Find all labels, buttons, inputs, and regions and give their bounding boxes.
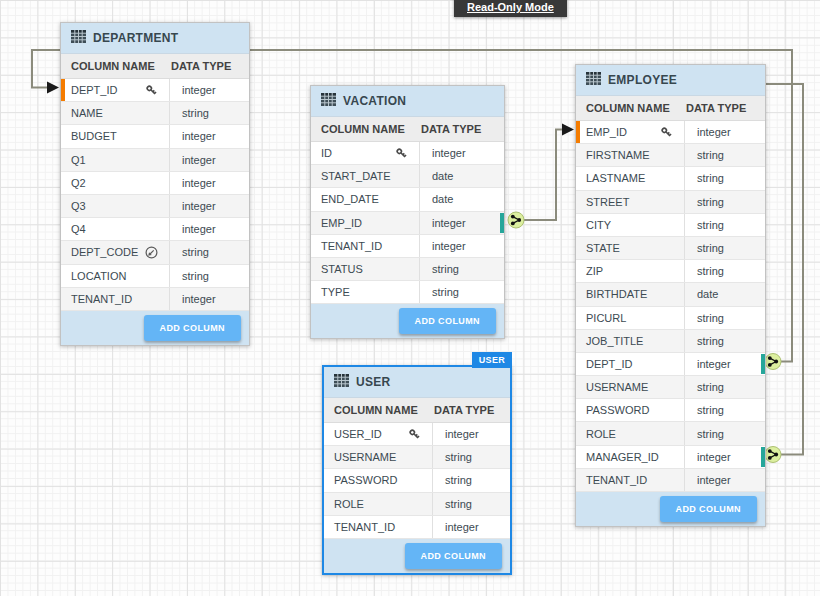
column-row-picurl[interactable]: PICURLstring [576, 307, 765, 330]
column-name: MANAGER_ID [576, 451, 660, 463]
column-name: ZIP [576, 265, 660, 277]
column-name: TYPE [311, 286, 395, 298]
column-name: JOB_TITLE [576, 335, 660, 347]
column-type: string [684, 307, 765, 329]
column-row-role[interactable]: ROLEstring [576, 422, 765, 445]
column-row-q1[interactable]: Q1integer [61, 149, 249, 172]
column-type: integer [419, 212, 504, 234]
column-row-firstname[interactable]: FIRSTNAMEstring [576, 144, 765, 167]
column-row-birthdate[interactable]: BIRTHDATEdate [576, 283, 765, 306]
column-row-emp_id[interactable]: EMP_IDinteger [576, 121, 765, 144]
column-row-location[interactable]: LOCATIONstring [61, 265, 249, 288]
table-employee[interactable]: EMPLOYEE COLUMN NAMEDATA TYPE EMP_IDinte… [575, 64, 766, 527]
table-header[interactable]: USER [324, 367, 510, 398]
column-type: string [684, 237, 765, 259]
column-row-password[interactable]: PASSWORDstring [576, 399, 765, 422]
column-name: USERNAME [576, 381, 660, 393]
column-name: EMP_ID [576, 126, 660, 138]
column-row-zip[interactable]: ZIPstring [576, 260, 765, 283]
column-name: DEPT_ID [61, 84, 145, 96]
table-header[interactable]: DEPARTMENT [61, 23, 249, 54]
table-footer: ADD COLUMN [311, 304, 504, 338]
column-row-manager_id[interactable]: MANAGER_IDinteger [576, 446, 765, 469]
crowsfoot-connector-icon [765, 354, 781, 370]
table-user[interactable]: USER USER COLUMN NAMEDATA TYPE USER_IDin… [322, 365, 512, 575]
column-row-id[interactable]: IDinteger [311, 142, 504, 165]
column-type: integer [169, 218, 249, 240]
add-column-button[interactable]: ADD COLUMN [399, 308, 497, 334]
column-type: string [684, 167, 765, 189]
table-title: DEPARTMENT [93, 31, 178, 45]
column-type: integer [169, 149, 249, 171]
table-department[interactable]: DEPARTMENT COLUMN NAMEDATA TYPE DEPT_IDi… [60, 22, 250, 346]
column-row-q4[interactable]: Q4integer [61, 218, 249, 241]
column-name: ID [311, 147, 395, 159]
column-row-street[interactable]: STREETstring [576, 191, 765, 214]
one-side-arrow-department-deptid [47, 82, 59, 94]
column-type: integer [432, 516, 510, 538]
column-header-row: COLUMN NAMEDATA TYPE [324, 398, 510, 423]
column-row-q3[interactable]: Q3integer [61, 195, 249, 218]
column-row-name[interactable]: NAMEstring [61, 102, 249, 125]
column-name: Q4 [61, 223, 145, 235]
column-row-status[interactable]: STATUSstring [311, 258, 504, 281]
column-row-emp_id[interactable]: EMP_IDinteger [311, 212, 504, 235]
column-row-tenant_id[interactable]: TENANT_IDinteger [324, 516, 510, 539]
table-title: VACATION [343, 94, 406, 108]
column-row-state[interactable]: STATEstring [576, 237, 765, 260]
table-vacation[interactable]: VACATION COLUMN NAMEDATA TYPE IDintegerS… [310, 85, 505, 339]
column-type: integer [419, 235, 504, 257]
column-name: ROLE [576, 428, 660, 440]
column-type: integer [169, 172, 249, 194]
column-row-job_title[interactable]: JOB_TITLEstring [576, 330, 765, 353]
column-name: Q2 [61, 177, 145, 189]
column-row-tenant_id[interactable]: TENANT_IDinteger [61, 288, 249, 311]
column-row-lastname[interactable]: LASTNAMEstring [576, 167, 765, 190]
table-grid-icon [321, 92, 336, 110]
table-grid-icon [334, 373, 349, 391]
table-grid-icon [586, 71, 601, 89]
table-footer: ADD COLUMN [61, 311, 249, 345]
column-row-type[interactable]: TYPEstring [311, 281, 504, 304]
table-header[interactable]: VACATION [311, 86, 504, 117]
column-name: PICURL [576, 312, 660, 324]
column-type: string [169, 102, 249, 124]
column-name: DEPT_CODE [61, 246, 145, 258]
column-type: integer [169, 195, 249, 217]
column-type: integer [432, 423, 510, 445]
table-grid-icon [71, 29, 86, 47]
column-row-dept_id[interactable]: DEPT_IDinteger [61, 79, 249, 102]
add-column-button[interactable]: ADD COLUMN [405, 543, 503, 569]
column-row-budget[interactable]: BUDGETinteger [61, 125, 249, 148]
column-row-q2[interactable]: Q2integer [61, 172, 249, 195]
column-row-role[interactable]: ROLEstring [324, 493, 510, 516]
column-type: string [419, 258, 504, 280]
crowsfoot-connector-icon [508, 212, 524, 228]
column-name: PASSWORD [576, 404, 660, 416]
selected-table-badge: USER [472, 352, 512, 368]
diagram-canvas[interactable]: Read-Only Mode DEPARTMENT COLUMN NAMEDAT… [0, 0, 820, 596]
column-row-dept_id[interactable]: DEPT_IDinteger [576, 353, 765, 376]
column-name: DEPT_ID [576, 358, 660, 370]
column-row-user_id[interactable]: USER_IDinteger [324, 423, 510, 446]
add-column-button[interactable]: ADD COLUMN [144, 315, 242, 341]
column-row-dept_code[interactable]: DEPT_CODEstring [61, 241, 249, 264]
column-type: integer [684, 353, 765, 375]
column-type: string [684, 260, 765, 282]
column-type: string [684, 214, 765, 236]
table-title: USER [356, 375, 391, 389]
add-column-button[interactable]: ADD COLUMN [660, 496, 758, 522]
column-row-tenant_id[interactable]: TENANT_IDinteger [576, 469, 765, 492]
crowsfoot-connector-icon [765, 447, 781, 463]
column-row-username[interactable]: USERNAMEstring [576, 376, 765, 399]
column-type: date [419, 188, 504, 210]
column-name: CITY [576, 219, 660, 231]
column-row-tenant_id[interactable]: TENANT_IDinteger [311, 235, 504, 258]
column-name: NAME [61, 107, 145, 119]
column-row-start_date[interactable]: START_DATEdate [311, 165, 504, 188]
column-row-password[interactable]: PASSWORDstring [324, 469, 510, 492]
column-row-end_date[interactable]: END_DATEdate [311, 188, 504, 211]
table-header[interactable]: EMPLOYEE [576, 65, 765, 96]
column-row-city[interactable]: CITYstring [576, 214, 765, 237]
column-row-username[interactable]: USERNAMEstring [324, 446, 510, 469]
